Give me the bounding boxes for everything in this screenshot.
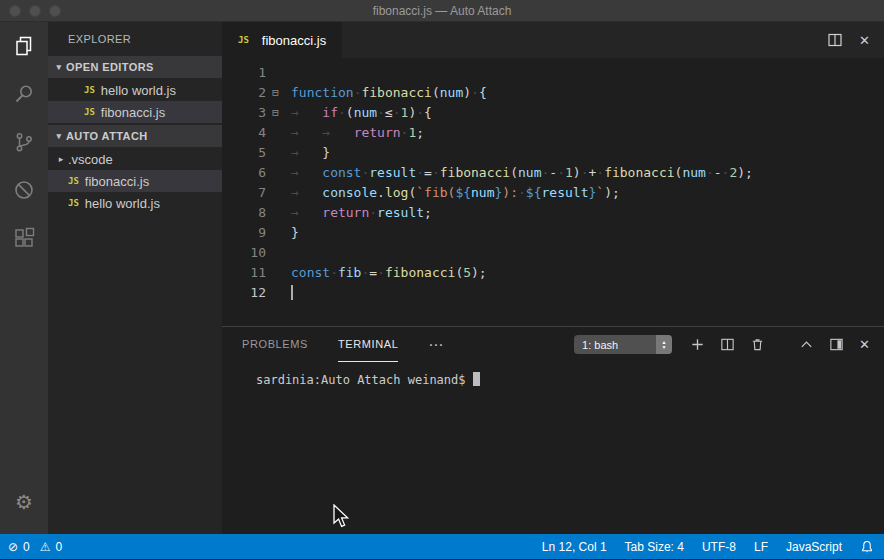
file-name: .vscode	[68, 152, 113, 167]
code-line[interactable]: 5→ }	[222, 143, 884, 163]
js-file-icon: JS	[68, 198, 79, 208]
fold-gutter	[266, 243, 285, 263]
gear-glyph: ⚙	[15, 490, 33, 514]
maximize-panel-icon[interactable]	[799, 337, 814, 352]
code-text: function·fibonacci(num)·{	[285, 83, 487, 103]
code-line[interactable]: 11const·fib·=·fibonacci(5);	[222, 263, 884, 283]
terminal-shell-select[interactable]: 1: bash ▲▼	[574, 335, 672, 354]
minimize-window-button[interactable]	[29, 5, 41, 17]
fold-gutter	[266, 123, 285, 143]
kill-terminal-icon[interactable]	[750, 337, 765, 352]
fold-gutter	[266, 203, 285, 223]
file-row[interactable]: JSfibonacci.js	[48, 101, 222, 123]
code-line[interactable]: 10	[222, 243, 884, 263]
section-label: AUTO ATTACH	[66, 130, 148, 142]
eol[interactable]: LF	[754, 540, 768, 554]
section-header[interactable]: ▾OPEN EDITORS	[48, 56, 222, 78]
window-title: fibonacci.js — Auto Attach	[373, 4, 512, 18]
js-file-icon: JS	[84, 85, 95, 95]
vscode-window: fibonacci.js — Auto Attach ⚙	[0, 0, 884, 560]
terminal-cursor	[473, 372, 480, 386]
js-file-icon: JS	[84, 107, 95, 117]
folder-row[interactable]: ▸.vscode	[48, 148, 222, 170]
line-number: 10	[222, 243, 266, 263]
section-header[interactable]: ▾AUTO ATTACH	[48, 125, 222, 147]
close-window-button[interactable]	[9, 5, 21, 17]
js-file-icon: JS	[238, 35, 249, 45]
code-line[interactable]: 4→ → return·1;	[222, 123, 884, 143]
fold-gutter	[266, 163, 285, 183]
file-name: fibonacci.js	[85, 174, 149, 189]
code-text: const·fib·=·fibonacci(5);	[285, 263, 487, 283]
fold-icon[interactable]: ⊟	[266, 83, 285, 103]
line-number: 7	[222, 183, 266, 203]
line-number: 12	[222, 283, 266, 303]
file-name: fibonacci.js	[101, 105, 165, 120]
code-text	[285, 283, 293, 303]
file-row[interactable]: JSfibonacci.js	[48, 170, 222, 192]
more-actions-icon[interactable]: ⋯	[428, 336, 444, 354]
code-line[interactable]: 8→ return·result;	[222, 203, 884, 223]
fold-gutter	[266, 283, 285, 303]
editor-code[interactable]: 12⊟function·fibonacci(num)·{3⊟→ if·(num·…	[222, 58, 884, 326]
source-control-icon[interactable]	[0, 118, 48, 166]
language-mode[interactable]: JavaScript	[786, 540, 842, 554]
code-line[interactable]: 12	[222, 283, 884, 303]
code-text: → if·(num·≤·1)·{	[285, 103, 432, 123]
fold-gutter	[266, 223, 285, 243]
close-editor-icon[interactable]: ✕	[859, 33, 870, 48]
warning-count: 0	[56, 540, 63, 554]
section-label: OPEN EDITORS	[66, 61, 154, 73]
tab-fibonacci[interactable]: JS fibonacci.js	[222, 22, 342, 58]
fold-gutter	[266, 143, 285, 163]
split-terminal-icon[interactable]	[720, 337, 735, 352]
new-terminal-icon[interactable]	[690, 337, 705, 352]
window-controls	[9, 5, 61, 17]
file-row[interactable]: JShello world.js	[48, 79, 222, 101]
code-text	[285, 63, 291, 83]
code-text: → return·result;	[285, 203, 432, 223]
line-number: 4	[222, 123, 266, 143]
section-items: ▸.vscodeJSfibonacci.jsJShello world.js	[48, 148, 222, 214]
error-count: 0	[23, 540, 30, 554]
code-line[interactable]: 1	[222, 63, 884, 83]
close-panel-icon[interactable]: ✕	[859, 337, 870, 352]
problems-status[interactable]: ⊘ 0 ⚠ 0	[8, 540, 62, 554]
explorer-icon[interactable]	[0, 22, 48, 70]
js-file-icon: JS	[68, 176, 79, 186]
line-number: 8	[222, 203, 266, 223]
code-line[interactable]: 3⊟→ if·(num·≤·1)·{	[222, 103, 884, 123]
tab-label: fibonacci.js	[262, 33, 326, 48]
terminal-output[interactable]: sardinia:Auto Attach weinand$	[222, 362, 884, 534]
encoding[interactable]: UTF-8	[702, 540, 736, 554]
split-editor-icon[interactable]	[827, 32, 843, 48]
panel-layout-icon[interactable]	[829, 337, 844, 352]
settings-gear-icon[interactable]: ⚙	[0, 478, 48, 526]
code-text: → → return·1;	[285, 123, 424, 143]
sidebar-title: EXPLORER	[48, 22, 222, 56]
notifications-bell-icon[interactable]	[860, 540, 874, 554]
zoom-window-button[interactable]	[49, 5, 61, 17]
panel-tab-terminal[interactable]: TERMINAL	[338, 327, 398, 362]
status-bar: ⊘ 0 ⚠ 0 Ln 12, Col 1Tab Size: 4UTF-8LFJa…	[0, 534, 884, 559]
code-line[interactable]: 9}	[222, 223, 884, 243]
indentation[interactable]: Tab Size: 4	[625, 540, 684, 554]
bottom-panel: PROBLEMSTERMINAL ⋯ 1: bash ▲▼	[222, 326, 884, 534]
code-line[interactable]: 7→ console.log(`fib(${num}):·${result}`)…	[222, 183, 884, 203]
status-right: Ln 12, Col 1Tab Size: 4UTF-8LFJavaScript	[542, 540, 842, 554]
chevron-right-icon: ▸	[54, 154, 68, 164]
search-icon[interactable]	[0, 70, 48, 118]
panel-tabs: PROBLEMSTERMINAL	[242, 327, 428, 362]
code-text: }	[285, 223, 299, 243]
code-line[interactable]: 2⊟function·fibonacci(num)·{	[222, 83, 884, 103]
code-text	[285, 243, 291, 263]
extensions-icon[interactable]	[0, 214, 48, 262]
file-row[interactable]: JShello world.js	[48, 192, 222, 214]
title-bar[interactable]: fibonacci.js — Auto Attach	[0, 0, 884, 22]
panel-tab-problems[interactable]: PROBLEMS	[242, 327, 308, 362]
section-items: JShello world.jsJSfibonacci.js	[48, 79, 222, 123]
code-line[interactable]: 6→ const·result·=·fibonacci(num·-·1)·+·f…	[222, 163, 884, 183]
debug-disabled-icon[interactable]	[0, 166, 48, 214]
fold-icon[interactable]: ⊟	[266, 103, 285, 123]
cursor-position[interactable]: Ln 12, Col 1	[542, 540, 607, 554]
